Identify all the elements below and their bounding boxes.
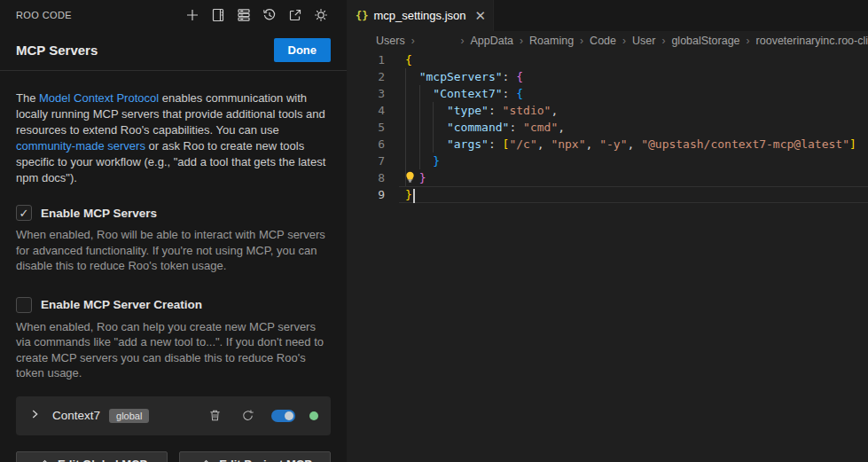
indent-guide — [405, 119, 406, 136]
code-token: { — [405, 53, 412, 67]
breadcrumb-item[interactable]: AppData — [470, 35, 513, 47]
setting-description: When enabled, Roo will be able to intera… — [16, 227, 331, 274]
server-enabled-toggle[interactable] — [271, 410, 295, 422]
edit-global-mcp-button[interactable]: Edit Global MCP — [16, 451, 168, 462]
breadcrumb-item[interactable]: Code — [590, 35, 616, 47]
code-token: , — [628, 137, 642, 151]
code-editor[interactable]: 1{2 "mcpServers": {3 "Context7": {4 "typ… — [347, 51, 868, 203]
setting-enable-mcp-servers: ✓ Enable MCP Servers When enabled, Roo w… — [16, 205, 331, 274]
code-token: "mcpServers" — [419, 70, 503, 83]
code-line: 9} — [347, 186, 868, 203]
indent-guide — [405, 102, 406, 119]
plus-icon — [185, 8, 199, 22]
code-token: "args" — [447, 137, 489, 151]
panel-header: MCP Servers Done — [0, 29, 347, 71]
code-token: , — [586, 137, 600, 151]
server-name: Context7 — [52, 409, 100, 422]
close-tab-icon[interactable]: ✕ — [475, 9, 487, 22]
line-number: 8 — [347, 169, 385, 186]
chevron-right-icon: › — [622, 35, 626, 47]
line-number: 1 — [347, 51, 385, 68]
edit-project-mcp-button[interactable]: Edit Project MCP — [179, 451, 331, 462]
setting-row: Enable MCP Server Creation — [16, 297, 331, 313]
history-button[interactable] — [260, 5, 279, 25]
code-token: : — [503, 87, 517, 100]
line-number: 9 — [347, 186, 385, 203]
prompts-button[interactable] — [208, 5, 228, 25]
indent-guide — [405, 136, 406, 153]
indent-guide — [419, 119, 420, 136]
settings-button[interactable] — [311, 5, 331, 25]
breadcrumb-item[interactable]: Roaming — [529, 35, 574, 47]
code-token: } — [405, 188, 412, 201]
expand-server-button[interactable] — [28, 408, 41, 424]
code-line: 7 } — [347, 153, 868, 169]
enable-mcp-server-creation-checkbox[interactable] — [16, 297, 32, 313]
check-icon: ✓ — [20, 207, 29, 220]
intro-text: The — [16, 91, 39, 105]
text-link[interactable]: Model Context Protocol — [39, 91, 159, 105]
button-label: Edit Project MCP — [219, 458, 312, 462]
indent-guide — [419, 136, 420, 153]
toolbar-icons — [183, 5, 331, 25]
lightbulb-icon[interactable] — [404, 171, 416, 184]
server-row-context7[interactable]: Context7 global — [16, 396, 331, 435]
breadcrumb-item[interactable]: User — [632, 35, 655, 47]
line-number: 6 — [347, 136, 385, 153]
code-line: 2 "mcpServers": { — [347, 68, 868, 85]
breadcrumb: Users››AppData›Roaming›Code›User›globalS… — [347, 31, 868, 51]
link-external-icon — [288, 8, 302, 22]
tab-mcp-settings-json[interactable]: {} mcp_settings.json ✕ — [347, 0, 494, 31]
new-task-button[interactable] — [183, 5, 202, 25]
trash-icon — [208, 409, 222, 422]
editor-pane: {} mcp_settings.json ✕ Users››AppData›Ro… — [347, 0, 868, 462]
enable-mcp-servers-checkbox[interactable]: ✓ — [16, 205, 32, 221]
line-number: 5 — [347, 119, 385, 136]
server-stack-icon — [237, 8, 251, 22]
server-controls — [206, 407, 318, 425]
indent-guide — [419, 85, 420, 102]
code-line: 6 "args": ["/c", "npx", "-y", "@upstash/… — [347, 136, 868, 153]
roo-code-panel: ROO CODE MCP Servers Done The Model Cont… — [0, 0, 347, 462]
breadcrumb-item[interactable]: rooveterinaryinc.roo-cli — [756, 35, 868, 47]
code-line: 3 "Context7": { — [347, 85, 868, 102]
setting-label: Enable MCP Servers — [41, 207, 157, 220]
tab-label: mcp_settings.json — [373, 9, 465, 22]
mcp-servers-button[interactable] — [234, 5, 254, 25]
pencil-icon — [36, 458, 49, 462]
code-token: : — [489, 104, 503, 117]
code-token: "Context7" — [433, 87, 502, 100]
open-in-editor-button[interactable] — [285, 5, 305, 25]
code-token: { — [516, 70, 523, 83]
code-token: { — [516, 87, 523, 100]
setting-row: ✓ Enable MCP Servers — [16, 205, 331, 221]
setting-enable-mcp-server-creation: Enable MCP Server Creation When enabled,… — [16, 297, 331, 381]
editor-tabbar: {} mcp_settings.json ✕ — [347, 0, 868, 31]
code-token: : — [509, 121, 523, 134]
code-line: 1{ — [347, 51, 868, 68]
code-token: "type" — [447, 104, 489, 117]
history-icon — [262, 8, 277, 22]
line-number: 4 — [347, 102, 385, 119]
code-token: "/c" — [509, 137, 536, 151]
text-link[interactable]: community-made servers — [16, 139, 145, 153]
chevron-right-icon: › — [460, 35, 464, 47]
line-number: 2 — [347, 68, 385, 85]
gear-icon — [314, 8, 328, 22]
panel-title: ROO CODE — [16, 10, 72, 20]
code-token: , — [551, 104, 558, 117]
breadcrumb-item[interactable]: Users — [376, 35, 405, 47]
indent-guide — [433, 102, 434, 119]
chevron-right-icon — [28, 408, 41, 420]
indent-guide — [433, 136, 434, 153]
chevron-right-icon: › — [661, 35, 665, 47]
button-label: Edit Global MCP — [58, 458, 147, 462]
chevron-right-icon: › — [520, 35, 523, 47]
delete-server-button[interactable] — [206, 407, 223, 425]
code-token: "-y" — [599, 137, 627, 151]
done-button[interactable]: Done — [274, 38, 332, 62]
restart-server-button[interactable] — [239, 407, 256, 425]
toggle-knob — [285, 411, 293, 420]
breadcrumb-item[interactable]: globalStorage — [671, 35, 739, 47]
json-file-icon: {} — [356, 10, 368, 22]
